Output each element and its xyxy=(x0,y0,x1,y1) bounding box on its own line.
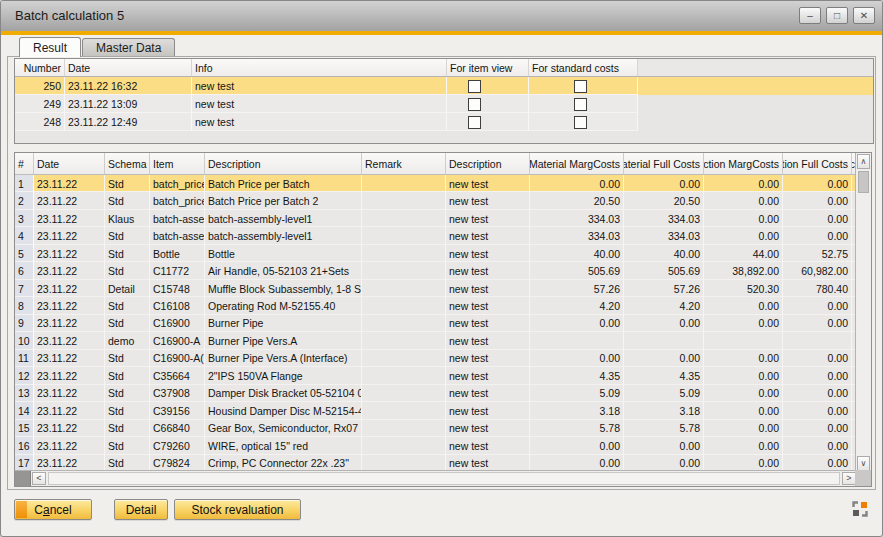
cell-p_full[interactable]: 0.00 xyxy=(783,367,852,384)
cell-n[interactable]: 16 xyxy=(15,437,34,454)
for-item-view-checkbox[interactable] xyxy=(468,98,481,111)
cell-p_marg[interactable]: 38,892.00 xyxy=(704,262,783,279)
maximize-button[interactable]: □ xyxy=(826,7,848,24)
result-row-16[interactable]: 1623.11.22StdC79260WIRE, optical 15" red… xyxy=(15,437,857,454)
cell-desc2[interactable]: new test xyxy=(446,402,530,419)
cancel-button[interactable]: Cancel xyxy=(14,499,92,520)
cell-desc2[interactable]: new test xyxy=(446,245,530,262)
cell-item[interactable]: C16900 xyxy=(150,315,205,332)
cell-m_marg[interactable]: 40.00 xyxy=(530,245,624,262)
cell-item[interactable]: Bottle xyxy=(150,245,205,262)
for-item-view-cell[interactable] xyxy=(447,113,529,131)
cell-date[interactable]: 23.11.22 xyxy=(34,402,105,419)
cell-p_marg[interactable]: 0.00 xyxy=(704,227,783,244)
cell-desc[interactable]: Muffle Block Subassembly, 1-8 Sets xyxy=(205,280,362,297)
cell-n[interactable]: 11 xyxy=(15,350,34,367)
vertical-scrollbar[interactable]: ∧ ∨ xyxy=(855,153,871,472)
for-standard-costs-checkbox[interactable] xyxy=(574,80,587,93)
cell-m_full[interactable]: 20.50 xyxy=(624,192,704,209)
cell-m_full[interactable]: 40.00 xyxy=(624,245,704,262)
cell-n[interactable]: 7 xyxy=(15,280,34,297)
scroll-right-button[interactable]: > xyxy=(842,472,856,485)
cell-desc2[interactable]: new test xyxy=(446,175,530,192)
result-row-15[interactable]: 1523.11.22StdC66840Gear Box, Semiconduct… xyxy=(15,420,857,437)
runs-cell-info[interactable]: new test xyxy=(192,113,447,131)
cell-desc[interactable]: Damper Disk Bracket 05-52104 000 xyxy=(205,385,362,402)
cell-m_marg[interactable]: 0.00 xyxy=(530,315,624,332)
cell-m_full[interactable]: 4.35 xyxy=(624,367,704,384)
runs-cell-date[interactable]: 23.11.22 16:32 xyxy=(65,77,192,95)
cell-schema[interactable]: Std xyxy=(105,367,150,384)
cell-n[interactable]: 4 xyxy=(15,227,34,244)
result-row-14[interactable]: 1423.11.22StdC39156Housind Damper Disc M… xyxy=(15,402,857,419)
cell-remark[interactable] xyxy=(362,332,446,349)
cell-schema[interactable]: Std xyxy=(105,420,150,437)
cell-p_marg[interactable]: 0.00 xyxy=(704,350,783,367)
cell-desc[interactable]: Air Handle, 05-52103 21+Sets xyxy=(205,262,362,279)
cell-schema[interactable]: Std xyxy=(105,315,150,332)
for-item-view-cell[interactable] xyxy=(447,77,529,95)
cell-item[interactable]: batch_price xyxy=(150,175,205,192)
runs-row-1[interactable]: 25023.11.22 16:32new test xyxy=(15,77,873,95)
cell-remark[interactable] xyxy=(362,262,446,279)
cell-p_marg[interactable]: 0.00 xyxy=(704,297,783,314)
cell-p_full[interactable]: 0.00 xyxy=(783,210,852,227)
cell-desc[interactable]: Burner Pipe Vers.A (Interface) xyxy=(205,350,362,367)
result-row-3[interactable]: 323.11.22Klausbatch-assenbatch-assembly-… xyxy=(15,210,857,227)
cell-p_marg[interactable]: 0.00 xyxy=(704,192,783,209)
cell-n[interactable]: 9 xyxy=(15,315,34,332)
cell-m_marg[interactable]: 0.00 xyxy=(530,175,624,192)
cell-date[interactable]: 23.11.22 xyxy=(34,385,105,402)
vertical-scroll-thumb[interactable] xyxy=(858,171,869,193)
cell-m_full[interactable]: 334.03 xyxy=(624,227,704,244)
cell-m_marg[interactable]: 3.18 xyxy=(530,402,624,419)
cell-remark[interactable] xyxy=(362,367,446,384)
cell-schema[interactable]: Std xyxy=(105,245,150,262)
stock-revaluation-button[interactable]: Stock revaluation xyxy=(174,499,301,520)
cell-p_marg[interactable]: 0.00 xyxy=(704,315,783,332)
cell-m_full[interactable]: 0.00 xyxy=(624,315,704,332)
cell-remark[interactable] xyxy=(362,315,446,332)
result-row-11[interactable]: 1123.11.22StdC16900-A(SBurner Pipe Vers.… xyxy=(15,350,857,367)
cell-desc[interactable]: batch-assembly-level1 xyxy=(205,227,362,244)
result-row-8[interactable]: 823.11.22StdC16108Operating Rod M-52155.… xyxy=(15,297,857,314)
cell-desc[interactable]: Operating Rod M-52155.40 xyxy=(205,297,362,314)
cell-schema[interactable]: Std xyxy=(105,227,150,244)
cell-item[interactable]: batch_price xyxy=(150,192,205,209)
cell-m_full[interactable]: 5.78 xyxy=(624,420,704,437)
cell-desc2[interactable]: new test xyxy=(446,297,530,314)
runs-cell-info[interactable]: new test xyxy=(192,95,447,113)
cell-remark[interactable] xyxy=(362,420,446,437)
cell-date[interactable]: 23.11.22 xyxy=(34,332,105,349)
cell-n[interactable]: 1 xyxy=(15,175,34,192)
cell-m_marg[interactable] xyxy=(530,332,624,349)
cell-remark[interactable] xyxy=(362,175,446,192)
detail-button[interactable]: Detail xyxy=(114,499,168,520)
cell-date[interactable]: 23.11.22 xyxy=(34,227,105,244)
runs-row-2[interactable]: 24923.11.22 13:09new test xyxy=(15,95,873,113)
cell-p_full[interactable]: 0.00 xyxy=(783,420,852,437)
cell-remark[interactable] xyxy=(362,402,446,419)
cell-m_full[interactable]: 0.00 xyxy=(624,437,704,454)
cell-date[interactable]: 23.11.22 xyxy=(34,192,105,209)
cell-item[interactable]: C16900-A(S xyxy=(150,350,205,367)
cell-p_full[interactable] xyxy=(783,332,852,349)
cell-m_marg[interactable]: 20.50 xyxy=(530,192,624,209)
for-standard-costs-cell[interactable] xyxy=(529,113,638,131)
cell-p_marg[interactable]: 0.00 xyxy=(704,210,783,227)
cell-date[interactable]: 23.11.22 xyxy=(34,280,105,297)
cell-desc[interactable]: Housind Damper Disc M-52154-4D xyxy=(205,402,362,419)
cell-date[interactable]: 23.11.22 xyxy=(34,210,105,227)
cell-desc2[interactable]: new test xyxy=(446,385,530,402)
cell-remark[interactable] xyxy=(362,245,446,262)
cell-date[interactable]: 23.11.22 xyxy=(34,297,105,314)
cell-desc[interactable]: Burner Pipe xyxy=(205,315,362,332)
cell-desc2[interactable]: new test xyxy=(446,332,530,349)
runs-cell-number[interactable]: 248 xyxy=(15,113,65,131)
result-row-13[interactable]: 1323.11.22StdC37908Damper Disk Bracket 0… xyxy=(15,385,857,402)
cell-desc[interactable]: Bottle xyxy=(205,245,362,262)
cell-p_marg[interactable]: 520.30 xyxy=(704,280,783,297)
for-standard-costs-checkbox[interactable] xyxy=(574,116,587,129)
cell-p_marg[interactable]: 0.00 xyxy=(704,420,783,437)
for-item-view-cell[interactable] xyxy=(447,95,529,113)
